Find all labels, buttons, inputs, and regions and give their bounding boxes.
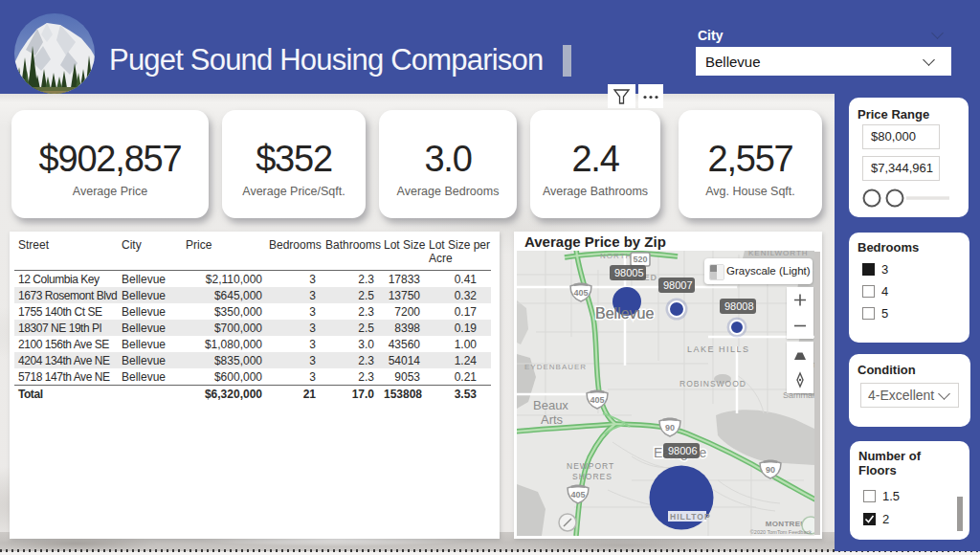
svg-text:ROBINSWOOD: ROBINSWOOD bbox=[679, 379, 746, 388]
svg-text:Arts: Arts bbox=[541, 412, 564, 427]
svg-text:NEWPORT: NEWPORT bbox=[567, 461, 614, 471]
svg-text:405: 405 bbox=[590, 395, 604, 405]
svg-text:LAKE HILLS: LAKE HILLS bbox=[687, 344, 750, 354]
svg-text:HILLTOP: HILLTOP bbox=[670, 512, 711, 522]
svg-text:©2020 TomTom Feedback: ©2020 TomTom Feedback bbox=[750, 529, 812, 535]
svg-text:KENILWORTH: KENILWORTH bbox=[748, 251, 809, 257]
svg-text:520: 520 bbox=[633, 255, 647, 264]
svg-text:98005: 98005 bbox=[614, 267, 644, 278]
svg-text:SHORES: SHORES bbox=[572, 472, 612, 481]
svg-text:405: 405 bbox=[573, 288, 588, 298]
svg-text:98007: 98007 bbox=[663, 279, 693, 291]
svg-text:Beaux: Beaux bbox=[533, 398, 568, 412]
svg-text:405: 405 bbox=[570, 490, 585, 500]
svg-text:90: 90 bbox=[665, 423, 675, 433]
svg-text:Bellevue: Bellevue bbox=[595, 305, 654, 322]
svg-text:90: 90 bbox=[766, 465, 775, 475]
svg-text:EYDENBAUER: EYDENBAUER bbox=[524, 363, 587, 371]
svg-text:98006: 98006 bbox=[668, 445, 698, 456]
svg-text:98008: 98008 bbox=[724, 300, 754, 312]
